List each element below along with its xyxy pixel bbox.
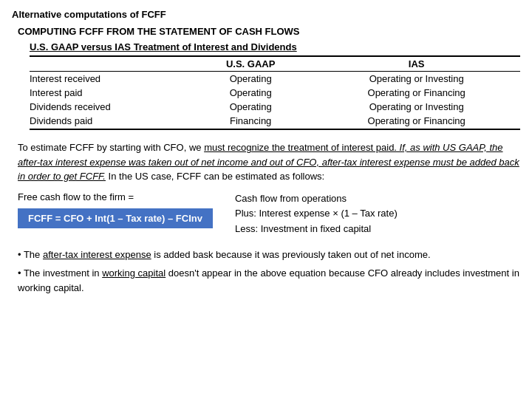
- table-cell-3-0: Dividends paid: [30, 114, 188, 129]
- bullet-1-text: is added bask because it was previously …: [151, 249, 431, 260]
- formula-line-3: Less: Investment in fixed capital: [235, 222, 398, 237]
- formula-label: Free cash flow to the firm =: [18, 191, 134, 202]
- table-row: Dividends receivedOperatingOperating or …: [30, 100, 520, 114]
- body-text-block: To estimate FCFF by starting with CFO, w…: [12, 140, 520, 184]
- table-cell-2-0: Dividends received: [30, 100, 188, 114]
- table-cell-2-2: Operating or Investing: [313, 100, 520, 114]
- table-cell-1-0: Interest paid: [30, 86, 188, 100]
- formula-line-2: Plus: Interest expense × (1 – Tax rate): [235, 206, 398, 222]
- bullet-1: • The after-tax interest expense is adde…: [18, 248, 520, 263]
- bullet-2: • The investment in working capital does…: [18, 266, 520, 297]
- table-cell-3-1: Financing: [188, 114, 313, 129]
- formula-right: Cash flow from operations Plus: Interest…: [235, 191, 398, 237]
- body-text-2: In the US case, FCFF can be estimated as…: [106, 171, 324, 182]
- bullet-1-underline: after-tax interest expense: [43, 249, 151, 260]
- table-cell-0-1: Operating: [188, 72, 313, 86]
- table-cell-3-2: Operating or Financing: [313, 114, 520, 129]
- bullet-2-prefix: • The investment in: [18, 267, 102, 279]
- table-subtitle: U.S. GAAP versus IAS Treatment of Intere…: [30, 41, 520, 52]
- table-cell-0-2: Operating or Investing: [313, 72, 520, 86]
- formula-line-1: Cash flow from operations: [235, 191, 398, 207]
- formula-box: FCFF = CFO + Int(1 – Tax rate) – FCInv: [18, 208, 213, 228]
- table-row: Interest receivedOperatingOperating or I…: [30, 72, 520, 86]
- formula-section: Free cash flow to the firm = FCFF = CFO …: [12, 191, 520, 237]
- body-text-1: To estimate FCFF by starting with CFO, w…: [18, 142, 204, 153]
- table-row: Interest paidOperatingOperating or Finan…: [30, 86, 520, 100]
- page-title: Alternative computations of FCFF: [12, 9, 520, 20]
- col-header-ias: IAS: [313, 56, 520, 72]
- body-underline: must recognize the treatment of interest…: [204, 142, 397, 153]
- col-header-item: [30, 56, 188, 72]
- col-header-usgaap: U.S. GAAP: [188, 56, 313, 72]
- bullet-section: • The after-tax interest expense is adde…: [12, 248, 520, 296]
- table-row: Dividends paidFinancingOperating or Fina…: [30, 114, 520, 129]
- table-cell-2-1: Operating: [188, 100, 313, 114]
- table-cell-1-2: Operating or Financing: [313, 86, 520, 100]
- table-cell-0-0: Interest received: [30, 72, 188, 86]
- bullet-1-prefix: • The: [18, 249, 43, 260]
- bullet-2-underline: working capital: [102, 267, 166, 279]
- table-cell-1-1: Operating: [188, 86, 313, 100]
- section-title: COMPUTING FCFF FROM THE STATEMENT OF CAS…: [12, 26, 520, 37]
- table-container: U.S. GAAP versus IAS Treatment of Intere…: [12, 41, 520, 130]
- gaap-ias-table: U.S. GAAP IAS Interest receivedOperating…: [30, 55, 520, 130]
